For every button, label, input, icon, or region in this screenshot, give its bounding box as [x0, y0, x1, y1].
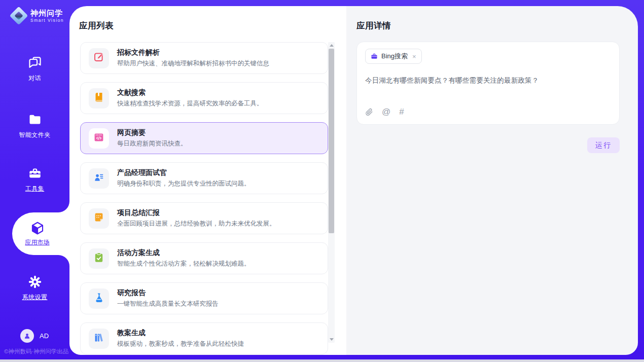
app-card-title: 网页摘要 [117, 128, 187, 137]
sidebar-item-label: 系统设置 [22, 293, 48, 302]
app-icon-tile [89, 208, 109, 229]
app-card-title: 活动方案生成 [117, 248, 251, 258]
brand-tagline: Smart Vision [30, 18, 64, 23]
app-card-desc: 快速精准查找学术资源，提高研究效率的必备工具。 [117, 99, 263, 108]
app-card-6[interactable]: 活动方案生成 智能生成个性化活动方案，轻松解决规划难题。 [80, 242, 328, 274]
app-card-1[interactable]: 招标文件解析 帮助用户快速、准确地理解和解析招标书中的关键信息 [80, 42, 328, 74]
books-icon [93, 332, 104, 345]
app-card-text: 项目总结汇报 全面回顾项目进展，总结经验教训，助力未来优化发展。 [117, 208, 276, 228]
app-card-text: 活动方案生成 智能生成个性化活动方案，轻松解决规划难题。 [117, 248, 251, 268]
app-card-7[interactable]: 研究报告 一键智能生成高质量长文本研究报告 [80, 282, 328, 314]
app-card-desc: 明确身份和职责，为您提供专业性的面试问题。 [117, 179, 251, 188]
app-detail-panel: 应用详情 Bing搜索 × 今日湖北有哪些新闻要点？有哪些需要关注的最新政策？ … [346, 6, 638, 355]
app-list-panel: 应用列表 招标文件解析 帮助用户快速、准确地理解和解析招标书中的关键信息 文献搜… [69, 6, 346, 355]
app-card-2[interactable]: 文献搜索 快速精准查找学术资源，提高研究效率的必备工具。 [80, 82, 328, 114]
app-card-text: 教案生成 模板驱动，教案秒成，教学准备从此轻松快捷 [117, 329, 244, 348]
app-icon-tile [89, 48, 109, 68]
scroll-down-icon[interactable] [328, 336, 335, 343]
prompt-card: Bing搜索 × 今日湖北有哪些新闻要点？有哪些需要关注的最新政策？ @ # [356, 42, 620, 125]
app-icon-tile [89, 128, 109, 149]
gear-icon [28, 275, 42, 289]
app-card-title: 产品经理面试官 [117, 168, 251, 177]
app-card-3[interactable]: 网页摘要 每日政府新闻资讯快查。 [80, 122, 328, 154]
user-label: AD [40, 332, 49, 340]
sidebar-item-label: 对话 [28, 74, 41, 83]
app-card-title: 文献搜索 [117, 88, 263, 97]
composer-toolbar: @ # [365, 107, 404, 117]
folder-icon [28, 113, 42, 127]
app-card-5[interactable]: 项目总结汇报 全面回顾项目进展，总结经验教训，助力未来优化发展。 [80, 202, 328, 234]
sidebar: 神州问学 Smart Vision 对话 智能文件夹 工具集 应用市场 系统设置 [0, 0, 69, 362]
app-card-text: 研究报告 一键智能生成高质量长文本研究报告 [117, 288, 219, 308]
copyright: ©神州数码·神州问学出品 [4, 348, 68, 355]
app-card-desc: 帮助用户快速、准确地理解和解析招标书中的关键信息 [117, 59, 269, 68]
at-icon[interactable]: @ [382, 107, 390, 117]
sidebar-item-label: 工具集 [25, 185, 45, 193]
app-card-8[interactable]: 教案生成 模板驱动，教案秒成，教学准备从此轻松快捷 [80, 322, 328, 354]
person-icon [23, 332, 31, 340]
browser-code-icon [93, 132, 104, 145]
document-edit-icon [93, 52, 104, 65]
app-icon-tile [89, 248, 109, 269]
sidebar-item-4-active[interactable]: 应用市场 [12, 212, 69, 255]
chat-icon [28, 56, 42, 70]
app-card-desc: 全面回顾项目进展，总结经验教训，助力未来优化发展。 [117, 220, 276, 228]
sidebar-item-1[interactable]: 对话 [0, 56, 69, 83]
brand-diamond-icon [11, 8, 26, 23]
scrollbar-thumb[interactable] [329, 49, 334, 233]
tool-tag-label: Bing搜索 [381, 52, 408, 61]
clipboard-check-icon [93, 252, 104, 265]
close-icon[interactable]: × [412, 53, 416, 60]
brand-logo: 神州问学 Smart Vision [11, 8, 64, 23]
app-icon-tile [89, 88, 109, 108]
book-icon [93, 92, 104, 105]
app-card-desc: 一键智能生成高质量长文本研究报告 [117, 300, 219, 308]
interview-icon [93, 172, 104, 185]
sidebar-item-3[interactable]: 工具集 [0, 166, 69, 193]
list-scrollbar[interactable] [328, 42, 335, 343]
app-card-4[interactable]: 产品经理面试官 明确身份和职责，为您提供专业性的面试问题。 [80, 162, 328, 194]
app-card-text: 网页摘要 每日政府新闻资讯快查。 [117, 128, 187, 148]
app-icon-tile [89, 288, 109, 309]
app-detail-title: 应用详情 [356, 20, 391, 31]
app-card-title: 项目总结汇报 [117, 208, 276, 218]
cube-icon [30, 221, 45, 236]
sidebar-item-5[interactable]: 系统设置 [0, 275, 69, 302]
app-card-title: 研究报告 [117, 288, 219, 298]
sidebar-item-label: 智能文件夹 [19, 131, 51, 139]
bubble-curve-bottom [58, 255, 69, 266]
sidebar-item-label: 应用市场 [25, 238, 50, 247]
app-card-desc: 智能生成个性化活动方案，轻松解决规划难题。 [117, 260, 251, 268]
research-icon [93, 292, 104, 305]
run-button[interactable]: 运行 [587, 137, 620, 153]
app-card-text: 招标文件解析 帮助用户快速、准确地理解和解析招标书中的关键信息 [117, 48, 269, 68]
paperclip-icon[interactable] [365, 108, 373, 116]
hash-icon[interactable]: # [399, 107, 404, 117]
scroll-up-icon[interactable] [328, 42, 335, 49]
brand-name: 神州问学 [30, 9, 64, 17]
bubble-curve-top [58, 201, 69, 212]
app-icon-tile [89, 329, 109, 349]
app-card-title: 教案生成 [117, 329, 244, 338]
app-card-desc: 每日政府新闻资讯快查。 [117, 139, 187, 148]
app-list-title: 应用列表 [79, 20, 114, 31]
user-account[interactable]: AD [20, 329, 49, 343]
avatar [20, 329, 34, 343]
app-card-title: 招标文件解析 [117, 48, 269, 57]
note-icon [93, 212, 104, 225]
briefcase-icon [371, 53, 378, 60]
app-card-text: 产品经理面试官 明确身份和职责，为您提供专业性的面试问题。 [117, 168, 251, 188]
prompt-text[interactable]: 今日湖北有哪些新闻要点？有哪些需要关注的最新政策？ [365, 76, 611, 85]
app-card-desc: 模板驱动，教案秒成，教学准备从此轻松快捷 [117, 340, 244, 348]
app-card-text: 文献搜索 快速精准查找学术资源，提高研究效率的必备工具。 [117, 88, 263, 108]
tool-tag-bing[interactable]: Bing搜索 × [365, 49, 422, 64]
app-icon-tile [89, 168, 109, 189]
sidebar-item-2[interactable]: 智能文件夹 [0, 113, 69, 139]
toolbox-icon [28, 166, 42, 180]
bottom-edge-strip [0, 359, 644, 362]
